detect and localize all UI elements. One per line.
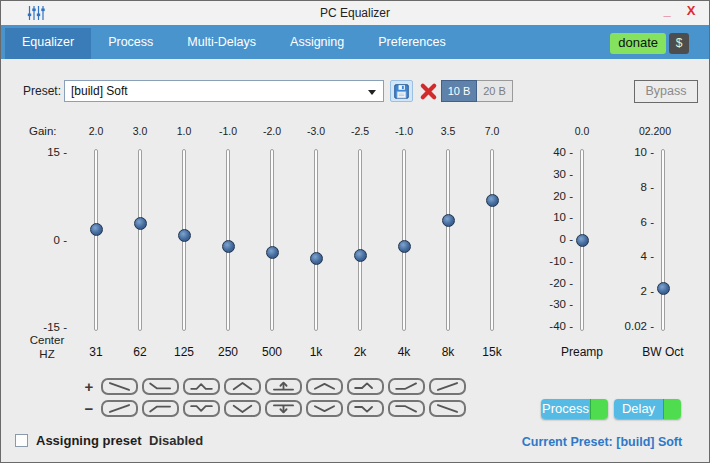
scale-bottom-label: -15 <box>27 321 67 333</box>
tab-assigning[interactable]: Assigning <box>273 28 361 59</box>
center-hz-label-line1: Center <box>27 334 67 346</box>
save-preset-button[interactable] <box>390 80 413 102</box>
band-slider-track-1k[interactable] <box>314 149 318 331</box>
band-slider-thumb-1k[interactable] <box>310 252 323 265</box>
shape-minus-mid-dip-button[interactable] <box>183 400 220 417</box>
preamp-tick-20: 20 <box>533 190 573 202</box>
floppy-disk-icon <box>393 83 410 100</box>
shape-minus-down-slope-button[interactable] <box>429 400 466 417</box>
bw-oct-tick-0.02: 0.02 <box>614 320 654 332</box>
preamp-tick--30: -30 <box>533 298 573 310</box>
shape-plus-mid-peak-button[interactable] <box>183 378 220 395</box>
bw-oct-slider-thumb[interactable] <box>657 282 670 295</box>
band-slider-thumb-500[interactable] <box>266 246 279 259</box>
delete-preset-button[interactable] <box>417 80 440 102</box>
current-preset-text: Current Preset: [build] Soft <box>496 435 708 449</box>
band-slider-track-500[interactable] <box>270 149 274 331</box>
band-slider-thumb-2k[interactable] <box>354 249 367 262</box>
bw-oct-value: 02.200 <box>625 125 685 137</box>
peak-icon <box>226 380 259 393</box>
band-gain-250: -1.0 <box>206 125 250 137</box>
band-freq-250: 250 <box>206 345 250 359</box>
shape-plus-down-then-flat-button[interactable] <box>142 378 179 395</box>
minus-row-label: − <box>81 400 97 417</box>
wide-dip-icon <box>308 402 341 415</box>
band-slider-track-2k[interactable] <box>358 149 362 331</box>
wide-peak-icon <box>308 380 341 393</box>
shape-minus-flat-then-down-button[interactable] <box>388 400 425 417</box>
preset-combobox[interactable]: [build] Soft <box>64 80 384 102</box>
chevron-down-icon[interactable] <box>368 90 376 95</box>
band-slider-track-8k[interactable] <box>446 149 450 331</box>
up-then-flat-icon <box>144 402 177 415</box>
band-slider-track-15k[interactable] <box>490 149 494 331</box>
tab-equalizer[interactable]: Equalizer <box>5 28 91 59</box>
band-slider-track-62[interactable] <box>138 149 142 331</box>
bw-oct-tick-8: 8 <box>614 181 654 193</box>
preamp-value: 0.0 <box>552 125 612 137</box>
band-gain-125: 1.0 <box>162 125 206 137</box>
dip-icon <box>226 402 259 415</box>
raise-all-icon <box>267 380 300 393</box>
bypass-button[interactable]: Bypass <box>634 80 698 103</box>
band-gain-15k: 7.0 <box>470 125 514 137</box>
close-button[interactable]: X <box>681 1 701 23</box>
tab-multi-delays[interactable]: Multi-Delays <box>170 28 273 59</box>
band-slider-thumb-125[interactable] <box>178 229 191 242</box>
shape-plus-down-slope-button[interactable] <box>101 378 138 395</box>
bw-oct-slider-track[interactable] <box>661 149 665 331</box>
preamp-tick-0: 0 <box>533 233 573 245</box>
down-then-flat-icon <box>144 380 177 393</box>
band-slider-thumb-4k[interactable] <box>398 240 411 253</box>
gain-label: Gain: <box>29 125 57 137</box>
preamp-tick-30: 30 <box>533 168 573 180</box>
donate-group: donate $ <box>610 33 689 54</box>
bw-oct-tick-6: 6 <box>614 216 654 228</box>
shape-plus-wide-peak-button[interactable] <box>306 378 343 395</box>
dollar-button[interactable]: $ <box>669 33 689 54</box>
preamp-tick-10: 10 <box>533 211 573 223</box>
shape-minus-up-slope-button[interactable] <box>101 400 138 417</box>
minimize-button[interactable]: _ <box>657 1 677 23</box>
shape-minus-up-then-flat-button[interactable] <box>142 400 179 417</box>
preamp-tick--10: -10 <box>533 255 573 267</box>
delay-button[interactable]: Delay <box>614 399 681 419</box>
assigning-preset-checkbox[interactable] <box>15 434 28 447</box>
center-hz-label-line2: HZ <box>27 348 67 360</box>
band-count-toggle: 10 B20 B <box>441 80 513 102</box>
shape-plus-raise-all-button[interactable] <box>265 378 302 395</box>
shape-minus-dip-button[interactable] <box>224 400 261 417</box>
delay-button-label: Delay <box>614 399 663 419</box>
band-toggle-20b[interactable]: 20 B <box>477 80 513 102</box>
up-slope-icon <box>103 402 136 415</box>
up-slope-icon <box>431 380 464 393</box>
band-freq-62: 62 <box>118 345 162 359</box>
window-title: PC Equalizer <box>1 1 709 25</box>
tab-process[interactable]: Process <box>91 28 170 59</box>
shape-plus-up-slope-button[interactable] <box>429 378 466 395</box>
preamp-slider-thumb[interactable] <box>576 234 589 247</box>
band-slider-thumb-62[interactable] <box>134 217 147 230</box>
donate-button[interactable]: donate <box>610 33 666 54</box>
band-slider-thumb-250[interactable] <box>222 240 235 253</box>
shape-plus-right-peak-button[interactable] <box>347 378 384 395</box>
shape-minus-wide-dip-button[interactable] <box>306 400 343 417</box>
band-slider-thumb-8k[interactable] <box>442 214 455 227</box>
band-slider-thumb-31[interactable] <box>90 223 103 236</box>
shape-plus-flat-then-up-button[interactable] <box>388 378 425 395</box>
band-freq-1k: 1k <box>294 345 338 359</box>
tab-preferences[interactable]: Preferences <box>361 28 462 59</box>
assigning-status: Disabled <box>149 433 203 448</box>
process-button[interactable]: Process <box>541 399 608 419</box>
band-slider-thumb-15k[interactable] <box>486 194 499 207</box>
shape-plus-peak-button[interactable] <box>224 378 261 395</box>
shape-minus-lower-all-button[interactable] <box>265 400 302 417</box>
band-slider-track-31[interactable] <box>94 149 98 331</box>
shape-minus-right-dip-button[interactable] <box>347 400 384 417</box>
bw-oct-tick-4: 4 <box>614 250 654 262</box>
right-peak-icon <box>349 380 382 393</box>
band-freq-125: 125 <box>162 345 206 359</box>
band-toggle-10b[interactable]: 10 B <box>441 80 477 102</box>
plus-row-label: + <box>81 378 97 395</box>
preset-combobox-value: [build] Soft <box>71 84 128 98</box>
